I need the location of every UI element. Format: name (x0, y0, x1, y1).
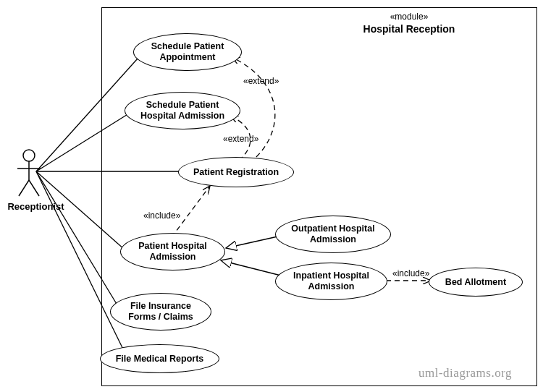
usecase-schedule-appointment: Schedule PatientAppointment (133, 33, 242, 71)
watermark: uml-diagrams.org (418, 366, 512, 380)
actor-label: Receptionist (1, 201, 70, 212)
usecase-schedule-admission: Schedule PatientHospital Admission (125, 92, 240, 129)
usecase-label: Schedule PatientHospital Admission (140, 100, 224, 122)
usecase-patient-registration: Patient Registration (178, 157, 294, 187)
usecase-file-medical: File Medical Reports (100, 344, 219, 373)
usecase-label: Inpatient HospitalAdmission (293, 270, 369, 292)
usecase-patient-hospital-admission: Patient HospitalAdmission (120, 233, 225, 270)
actor-receptionist (14, 148, 43, 199)
usecase-bed-allotment: Bed Allotment (429, 268, 523, 297)
usecase-label: Outpatient HospitalAdmission (291, 223, 374, 245)
usecase-label: Patient HospitalAdmission (138, 241, 206, 263)
usecase-file-insurance: File InsuranceForms / Claims (110, 293, 211, 331)
usecase-label: Patient Registration (193, 167, 279, 178)
module-stereotype: «module» (319, 12, 500, 22)
uml-use-case-diagram: «module» Hospital Reception Receptionist… (0, 0, 543, 392)
usecase-label: Schedule PatientAppointment (151, 41, 224, 63)
rel-extend-1-label: «extend» (243, 76, 279, 86)
rel-include-1-label: «include» (143, 210, 180, 221)
usecase-inpatient-admission: Inpatient HospitalAdmission (275, 263, 387, 300)
svg-line-10 (29, 180, 39, 196)
usecase-label: Bed Allotment (445, 277, 506, 288)
usecase-label: File Medical Reports (116, 354, 204, 365)
module-name: Hospital Reception (319, 23, 500, 35)
rel-include-2-label: «include» (392, 268, 429, 278)
rel-extend-2-label: «extend» (223, 134, 258, 144)
usecase-outpatient-admission: Outpatient HospitalAdmission (275, 216, 391, 253)
usecase-label: File InsuranceForms / Claims (128, 301, 193, 323)
svg-line-9 (19, 180, 29, 196)
svg-point-6 (23, 150, 35, 161)
module-title-block: «module» Hospital Reception (319, 12, 500, 35)
